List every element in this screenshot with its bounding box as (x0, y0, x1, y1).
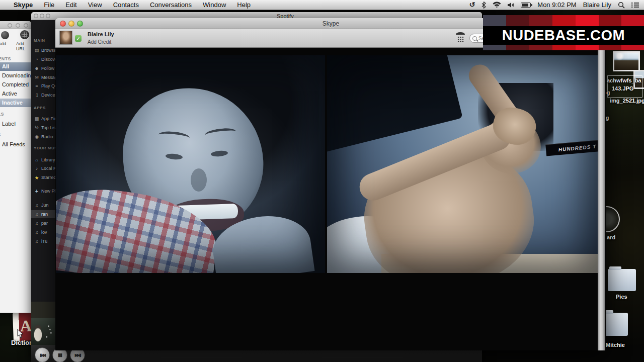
spotlight-icon[interactable] (618, 1, 625, 9)
wifi-icon[interactable] (493, 1, 501, 9)
watermark-band: NUDEBASE.COM (483, 26, 644, 45)
plus-icon: + (34, 188, 40, 194)
menu-window[interactable]: Window (197, 1, 231, 9)
watermark-banner: NUDEBASE.COM (483, 15, 644, 50)
globe-icon[interactable] (20, 30, 29, 39)
app-finder-icon: ▩ (34, 116, 40, 121)
desktop: achwfwfs_ba 143.JPG jpg img_2521.jpg pg … (0, 0, 644, 362)
follow-icon: ☻ (34, 66, 40, 71)
browse-icon: ▤ (34, 48, 40, 53)
video-feed-left (56, 55, 325, 273)
play-queue-icon: ≡ (34, 83, 40, 88)
menu-contacts[interactable]: Contacts (108, 1, 144, 9)
torrent-window: Add Add URL TORRENTS All Downloading Com… (0, 21, 31, 313)
pics-folder-icon[interactable] (608, 269, 636, 291)
playlist-item-selected[interactable]: ♫ran (31, 210, 55, 218)
feeds-section-header: FEEDS (0, 132, 1, 137)
notification-list-icon[interactable] (631, 1, 639, 9)
radio-icon: ◉ (34, 134, 40, 139)
disk-label[interactable]: ard (607, 234, 615, 240)
sidebar-item-all-feeds[interactable]: All Feeds (2, 141, 25, 147)
zoom-icon[interactable] (46, 14, 50, 18)
contact-name: Blaire Lily (88, 31, 114, 37)
img-file-label[interactable]: img_2521.jpg (610, 98, 644, 104)
devices-icon: ▯ (34, 93, 40, 98)
minimize-icon[interactable] (40, 14, 44, 18)
playlist-icon: ♫ (34, 230, 40, 235)
search-icon (472, 36, 477, 41)
pics-folder-label[interactable]: Pics (616, 294, 627, 300)
photo-file-label[interactable]: achwfwfs_ba (607, 77, 641, 83)
add-url-button[interactable]: Add URL (16, 41, 31, 51)
menu-file[interactable]: File (38, 1, 60, 9)
labels-section-header: LABELS (0, 112, 4, 117)
menu-help[interactable]: Help (231, 1, 256, 9)
sidebar-item-active[interactable]: Active (2, 90, 17, 97)
torrent-titlebar[interactable] (0, 21, 31, 29)
menubar-user[interactable]: Blaire Lily (583, 1, 611, 9)
now-playing-album-art[interactable] (31, 318, 55, 345)
scrollbar[interactable] (598, 48, 605, 350)
discover-icon: ◔ (34, 57, 40, 62)
messages-icon: ✉ (34, 75, 40, 80)
previous-track-button[interactable] (35, 347, 50, 362)
library-icon: ⌂ (34, 157, 40, 162)
starred-icon: ★ (34, 175, 40, 180)
photo-file-icon[interactable] (613, 51, 640, 71)
local-files-icon: ♪ (34, 166, 40, 171)
sidebar-item-inactive[interactable]: Inactive (0, 99, 31, 107)
close-icon[interactable] (8, 23, 12, 28)
add-icon[interactable] (1, 31, 9, 39)
battery-icon[interactable] (521, 3, 531, 8)
mitchie-folder-label[interactable]: Mitchie (606, 342, 625, 348)
menu-view[interactable]: View (83, 1, 108, 9)
spotify-bottom-strip (31, 302, 55, 318)
playlist-icon: ♫ (34, 203, 40, 208)
menu-conversations[interactable]: Conversations (144, 1, 197, 9)
menu-bar: Skype File Edit View Contacts Conversati… (0, 0, 644, 10)
sidebar-item-all[interactable]: All (0, 62, 31, 71)
skype-window: Skype ✓ Blaire Lily Add Credit Search (55, 18, 606, 350)
top-lists-icon: ½ (34, 125, 40, 130)
playlist-icon: ♫ (34, 239, 40, 244)
mouse-cursor (17, 329, 24, 339)
time-machine-icon[interactable]: ↺ (469, 1, 475, 9)
zoom-icon[interactable] (24, 23, 28, 28)
menu-edit[interactable]: Edit (60, 1, 82, 9)
sidebar-item-completed[interactable]: Completed (2, 81, 29, 87)
bluetooth-icon[interactable] (481, 1, 486, 9)
add-button[interactable]: Add (0, 41, 6, 46)
menubar-clock[interactable]: Mon 9:02 PM (537, 1, 576, 9)
video-feed-right: HUNDREDS T (327, 55, 598, 273)
watermark-text: NUDEBASE.COM (502, 27, 625, 44)
video-detail (56, 55, 325, 273)
photo-file-label-2[interactable]: 143.JPG (612, 85, 633, 92)
avatar[interactable] (59, 31, 72, 45)
minimize-icon[interactable] (16, 23, 20, 28)
close-icon[interactable] (34, 14, 38, 18)
video-detail (327, 55, 598, 273)
sidebar-item-downloading[interactable]: Downloading (2, 72, 31, 78)
menu-items: Skype File Edit View Contacts Conversati… (0, 1, 256, 9)
volume-icon[interactable] (508, 1, 514, 9)
playlist-icon: ♫ (34, 221, 40, 226)
spotify-sidebar: MAIN ▤Browse ◔Discover ☻Follow ✉Messages… (31, 20, 55, 310)
dialpad-phone-icon[interactable] (455, 32, 465, 43)
add-credit-link[interactable]: Add Credit (88, 39, 111, 45)
playlist-icon: ♫ (34, 212, 40, 217)
torrents-section-header: TORRENTS (0, 56, 11, 61)
online-status-icon: ✓ (75, 35, 82, 42)
menu-skype[interactable]: Skype (8, 1, 38, 9)
sidebar-item-label[interactable]: Label (2, 121, 16, 127)
dialpad-dots-icon (457, 36, 464, 42)
